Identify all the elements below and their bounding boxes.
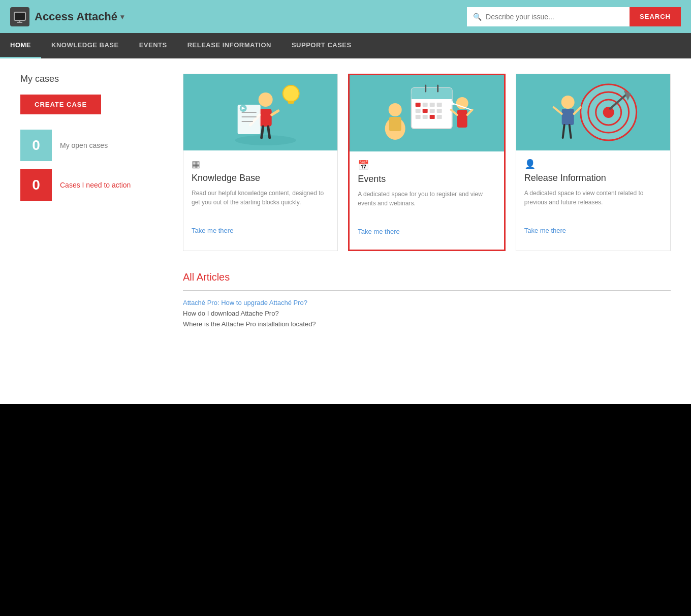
svg-point-40 <box>456 97 468 109</box>
svg-point-38 <box>389 103 402 116</box>
svg-rect-22 <box>412 94 452 99</box>
svg-point-54 <box>561 96 574 109</box>
nav-knowledge-base[interactable]: KNOWLEDGE BASE <box>41 33 129 58</box>
svg-rect-55 <box>561 109 574 125</box>
search-button[interactable]: SEARCH <box>630 7 681 26</box>
svg-rect-30 <box>423 109 428 113</box>
svg-rect-0 <box>14 12 25 20</box>
logo-icon <box>10 7 29 26</box>
articles-title: All Articles <box>183 271 671 283</box>
article-text-1: How do I download Attache Pro? <box>183 310 671 317</box>
svg-rect-27 <box>430 103 435 107</box>
search-area: 🔍 SEARCH <box>467 7 681 26</box>
events-body: 📅 Events A dedicated space for you to re… <box>350 151 504 250</box>
knowledge-base-desc: Read our helpful knowledge content, desi… <box>192 189 329 217</box>
open-cases-count: 0 <box>20 130 52 161</box>
events-card: 📅 Events A dedicated space for you to re… <box>348 74 505 251</box>
search-box: 🔍 <box>467 7 630 26</box>
svg-rect-35 <box>430 115 435 119</box>
svg-point-4 <box>259 93 273 107</box>
right-panel: ▦ Knowledge Base Read our helpful knowle… <box>183 74 671 331</box>
articles-divider <box>183 290 671 291</box>
svg-rect-31 <box>430 109 435 113</box>
left-panel: My cases CREATE CASE 0 My open cases 0 C… <box>20 74 163 331</box>
svg-rect-28 <box>437 103 442 107</box>
black-bottom <box>0 404 691 616</box>
calendar-icon: 📅 <box>358 160 495 171</box>
my-cases-title: My cases <box>20 74 163 84</box>
action-cases-label: Cases I need to action <box>60 181 131 189</box>
svg-rect-33 <box>416 115 421 119</box>
release-info-desc: A dedicated space to view content relate… <box>524 189 662 217</box>
article-text-2: Where is the Attache Pro installation lo… <box>183 320 671 328</box>
svg-point-51 <box>603 107 614 118</box>
header: Access Attaché ▾ 🔍 SEARCH <box>0 0 691 33</box>
svg-rect-39 <box>389 117 401 131</box>
content-area: My cases CREATE CASE 0 My open cases 0 C… <box>20 74 671 331</box>
open-cases-stat: 0 My open cases <box>20 130 163 161</box>
search-icon: 🔍 <box>473 13 482 21</box>
app-title: Access Attaché ▾ <box>35 10 124 23</box>
svg-rect-9 <box>288 101 294 104</box>
cards-row: ▦ Knowledge Base Read our helpful knowle… <box>183 74 671 251</box>
articles-section: All Articles Attaché Pro: How to upgrade… <box>183 271 671 328</box>
main-content: My cases CREATE CASE 0 My open cases 0 C… <box>0 58 691 404</box>
knowledge-base-link[interactable]: Take me there <box>192 227 329 240</box>
release-info-card: 👤 Release Information A dedicated space … <box>516 74 671 251</box>
action-cases-stat: 0 Cases I need to action <box>20 169 163 201</box>
article-link-0[interactable]: Attaché Pro: How to upgrade Attaché Pro? <box>183 299 671 306</box>
svg-rect-25 <box>416 103 421 107</box>
person-icon: 👤 <box>524 159 662 170</box>
knowledge-base-body: ▦ Knowledge Base Read our helpful knowle… <box>183 150 337 249</box>
svg-rect-36 <box>437 115 442 119</box>
main-nav: HOME KNOWLEDGE BASE EVENTS RELEASE INFOR… <box>0 33 691 58</box>
events-image <box>350 75 504 151</box>
action-cases-count: 0 <box>20 169 52 201</box>
knowledge-base-title: Knowledge Base <box>192 173 329 183</box>
events-link[interactable]: Take me there <box>358 228 495 241</box>
release-info-body: 👤 Release Information A dedicated space … <box>516 150 670 249</box>
events-desc: A dedicated space for you to register an… <box>358 190 495 218</box>
svg-rect-41 <box>457 110 467 128</box>
svg-rect-32 <box>437 109 442 113</box>
svg-rect-29 <box>416 109 421 113</box>
header-left: Access Attaché ▾ <box>10 7 124 26</box>
nav-support-cases[interactable]: SUPPORT CASES <box>281 33 362 58</box>
release-info-title: Release Information <box>524 173 662 183</box>
book-icon: ▦ <box>192 159 329 170</box>
release-info-link[interactable]: Take me there <box>524 227 662 240</box>
knowledge-base-image <box>183 74 337 150</box>
nav-home[interactable]: HOME <box>0 33 41 58</box>
open-cases-label: My open cases <box>60 141 108 149</box>
svg-point-8 <box>283 85 299 102</box>
app-title-text: Access Attaché <box>35 10 117 23</box>
knowledge-base-card: ▦ Knowledge Base Read our helpful knowle… <box>183 74 338 251</box>
create-case-button[interactable]: CREATE CASE <box>20 95 101 114</box>
svg-rect-34 <box>423 115 428 119</box>
svg-rect-26 <box>423 103 428 107</box>
svg-point-16 <box>235 135 296 145</box>
events-title: Events <box>358 174 495 184</box>
svg-line-18 <box>268 127 270 138</box>
search-input[interactable] <box>486 13 623 21</box>
chevron-down-icon[interactable]: ▾ <box>120 13 124 21</box>
nav-release-information[interactable]: RELEASE INFORMATION <box>177 33 281 58</box>
release-info-image <box>516 74 670 150</box>
svg-rect-5 <box>260 109 272 127</box>
nav-events[interactable]: EVENTS <box>129 33 177 58</box>
svg-line-17 <box>262 127 263 138</box>
